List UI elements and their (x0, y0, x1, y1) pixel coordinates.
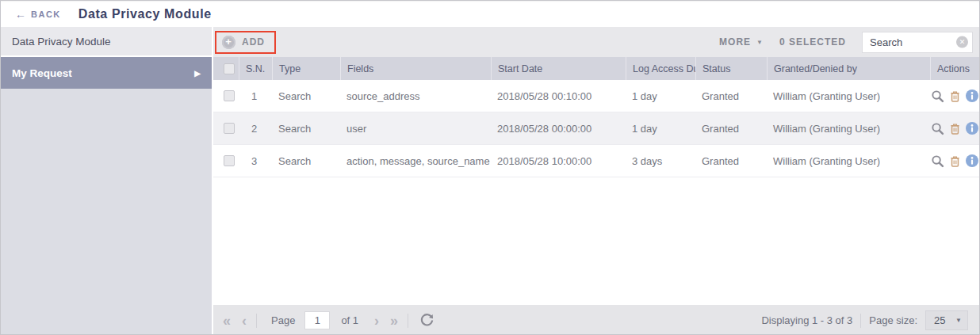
trash-icon (949, 89, 961, 103)
sidebar-item-data-privacy-module[interactable]: Data Privacy Module (1, 27, 212, 57)
sidebar-item-my-request[interactable]: My Request ▶ (1, 57, 212, 89)
select-all-checkbox[interactable] (224, 63, 235, 74)
first-page-button[interactable]: « (221, 314, 232, 328)
page-of-label: of 1 (341, 314, 358, 326)
status-badge: Granted (695, 90, 767, 102)
info-icon (966, 122, 978, 135)
divider (256, 314, 257, 328)
magnifier-icon (931, 154, 944, 168)
trash-icon (949, 154, 961, 168)
column-header-actions[interactable]: Actions (930, 57, 979, 80)
cell-start-date: 2018/05/28 00:10:00 (491, 90, 626, 102)
last-page-button[interactable]: » (389, 314, 400, 328)
cell-duration: 1 day (626, 90, 695, 102)
page-size-value: 25 (934, 314, 945, 326)
cell-type: Search (272, 155, 340, 167)
page-label: Page (271, 314, 295, 326)
sidebar-item-label: Data Privacy Module (12, 36, 111, 48)
top-header: ← BACK Data Privacy Module (1, 1, 979, 27)
cell-fields: user (340, 123, 491, 135)
table-header-row: S.N. Type Fields Start Date Log Access D… (213, 57, 979, 80)
add-button-annotation: + ADD (215, 31, 276, 54)
view-details-button[interactable] (930, 122, 945, 135)
cell-sn: 2 (239, 123, 272, 135)
divider (408, 314, 408, 328)
page-number-input[interactable] (304, 311, 330, 329)
column-header-sn[interactable]: S.N. (239, 57, 272, 80)
delete-button[interactable] (948, 122, 962, 135)
delete-button[interactable] (948, 154, 962, 168)
row-checkbox[interactable] (224, 90, 235, 101)
trash-icon (949, 122, 961, 135)
sidebar: Data Privacy Module My Request ▶ (1, 27, 213, 335)
sidebar-item-label: My Request (12, 67, 72, 79)
info-button[interactable] (965, 89, 979, 102)
clear-search-icon[interactable]: ✕ (956, 36, 968, 48)
column-header-type[interactable]: Type (272, 57, 340, 80)
refresh-button[interactable] (419, 313, 434, 328)
info-icon (966, 89, 978, 102)
displaying-range-label: Displaying 1 - 3 of 3 (761, 314, 852, 326)
info-button[interactable] (965, 154, 979, 167)
column-header-fields[interactable]: Fields (340, 57, 491, 80)
cell-start-date: 2018/05/28 00:00:00 (491, 123, 626, 135)
page-size-label: Page size: (869, 314, 917, 326)
plus-circle-icon: + (222, 36, 235, 49)
cell-granted-by: William (Granting User) (767, 155, 930, 167)
more-button-label: MORE (719, 36, 751, 48)
status-badge: Granted (695, 155, 767, 167)
refresh-icon (419, 313, 434, 328)
cell-duration: 3 days (626, 155, 695, 167)
chevron-down-icon: ▼ (756, 39, 764, 46)
next-page-button[interactable]: › (373, 314, 381, 328)
delete-button[interactable] (948, 89, 962, 103)
cell-sn: 3 (239, 155, 272, 167)
table-row: 2 Search user 2018/05/28 00:00:00 1 day … (213, 112, 979, 145)
cell-start-date: 2018/05/28 10:00:00 (491, 155, 626, 167)
chevron-right-icon: ▶ (194, 69, 201, 78)
empty-grid-area (213, 177, 979, 305)
cell-type: Search (272, 90, 340, 102)
pagination-bar: « ‹ Page of 1 › » Displaying 1 - 3 of 3 (213, 305, 979, 335)
info-icon (966, 154, 978, 167)
row-checkbox[interactable] (224, 123, 235, 134)
page-size-select[interactable]: 25 ▼ (925, 310, 968, 330)
cell-granted-by: William (Granting User) (767, 90, 930, 102)
cell-type: Search (272, 123, 340, 135)
page-title: Data Privacy Module (78, 7, 212, 21)
column-header-granted-denied-by[interactable]: Granted/Denied by (767, 57, 930, 80)
main-panel: + ADD MORE ▼ 0 SELECTED ✕ (213, 27, 979, 335)
selected-count: 0 SELECTED (779, 36, 846, 48)
cell-sn: 1 (239, 90, 272, 102)
cell-granted-by: William (Granting User) (767, 123, 930, 135)
info-button[interactable] (965, 122, 979, 135)
add-button[interactable]: + ADD (222, 36, 265, 49)
status-badge: Granted (695, 123, 767, 135)
search-box: ✕ (862, 32, 973, 53)
grid-toolbar: + ADD MORE ▼ 0 SELECTED ✕ (213, 27, 979, 57)
view-details-button[interactable] (930, 154, 945, 168)
column-header-start-date[interactable]: Start Date (491, 57, 626, 80)
cell-fields: source_address (340, 90, 491, 102)
row-checkbox[interactable] (224, 155, 235, 166)
previous-page-button[interactable]: ‹ (240, 314, 248, 328)
column-header-status[interactable]: Status (695, 57, 767, 80)
back-arrow-icon: ← (15, 8, 26, 21)
more-button[interactable]: MORE ▼ (719, 36, 764, 48)
back-label: BACK (31, 10, 61, 19)
table-row: 3 Search action, message, source_name 20… (213, 145, 979, 177)
cell-fields: action, message, source_name (340, 155, 491, 167)
view-details-button[interactable] (930, 89, 945, 103)
add-button-label: ADD (242, 36, 265, 48)
magnifier-icon (931, 122, 944, 135)
magnifier-icon (931, 89, 944, 103)
chevron-down-icon: ▼ (955, 317, 962, 324)
cell-duration: 1 day (626, 123, 695, 135)
divider (860, 314, 861, 328)
back-button[interactable]: ← BACK (15, 8, 61, 21)
column-header-log-access-duration[interactable]: Log Access Dur (626, 57, 695, 80)
data-privacy-module-screen: ← BACK Data Privacy Module Data Privacy … (0, 0, 980, 335)
table-row: 1 Search source_address 2018/05/28 00:10… (213, 80, 979, 112)
